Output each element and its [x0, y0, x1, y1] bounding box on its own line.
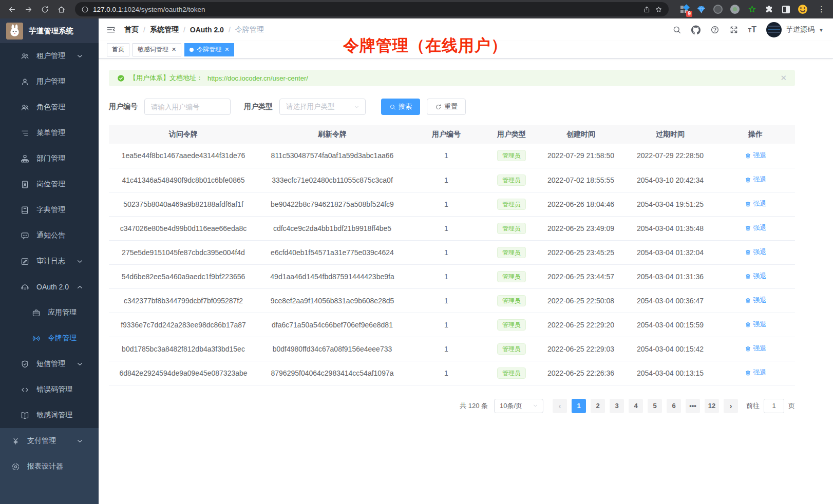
force-logout-button[interactable]: 强退 — [745, 296, 767, 305]
breadcrumb-item[interactable]: OAuth 2.0 — [190, 26, 224, 34]
search-icon[interactable] — [672, 25, 681, 34]
user-type-select[interactable]: 请选择用户类型 — [279, 99, 366, 115]
page-button-3[interactable]: 3 — [610, 399, 624, 413]
github-icon[interactable] — [691, 25, 701, 34]
trash-icon — [745, 249, 751, 256]
sidebar-item-oauth-app[interactable]: 应用管理 — [0, 300, 99, 325]
extension-dark-circle-icon[interactable] — [713, 4, 723, 14]
page-button-6[interactable]: 6 — [667, 399, 681, 413]
force-logout-button[interactable]: 强退 — [745, 223, 767, 232]
more-pages-button[interactable]: ••• — [686, 399, 700, 413]
trash-icon — [745, 370, 751, 376]
sidebar-item-dict[interactable]: 字典管理 — [0, 197, 99, 223]
sidebar-collapse-icon[interactable] — [106, 25, 116, 35]
fullscreen-icon[interactable] — [729, 25, 739, 34]
force-logout-label: 强退 — [753, 151, 767, 160]
browser-reload-button[interactable] — [38, 3, 51, 16]
cell-user-type: 管理员 — [486, 144, 537, 168]
page-button-4[interactable]: 4 — [629, 399, 643, 413]
reset-button[interactable]: 重置 — [427, 99, 466, 115]
search-button[interactable]: 搜索 — [381, 99, 420, 115]
pager-buttons: ‹123456•••12› — [553, 399, 738, 413]
address-bar[interactable]: 127.0.0.1:1024/system/oauth2/token — [75, 2, 669, 16]
cell-created-at: 2022-06-25 23:45:25 — [537, 240, 624, 264]
next-page-button[interactable]: › — [724, 399, 738, 413]
extension-gem-icon[interactable] — [696, 4, 706, 14]
trash-icon — [745, 273, 751, 280]
force-logout-button[interactable]: 强退 — [745, 247, 767, 257]
app-logo[interactable]: 芋道管理系统 — [0, 18, 99, 43]
sidebar-item-label: 短信管理 — [36, 359, 65, 369]
doc-link[interactable]: https://doc.iocoder.cn/user-center/ — [207, 74, 308, 82]
emoji-extension-icon[interactable] — [798, 4, 808, 14]
split-window-icon[interactable] — [781, 4, 791, 14]
cell-created-at: 2022-06-25 22:29:03 — [537, 337, 624, 361]
extension-grid-icon[interactable]: 9 — [679, 4, 689, 14]
browser-menu-icon[interactable]: ⋮ — [815, 4, 825, 14]
sidebar-item-menu[interactable]: 菜单管理 — [0, 120, 99, 146]
font-size-icon[interactable]: TT — [748, 25, 757, 34]
help-icon[interactable] — [710, 25, 720, 34]
site-info-icon[interactable] — [81, 6, 89, 13]
page-button-2[interactable]: 2 — [591, 399, 605, 413]
sidebar-item-sms[interactable]: 短信管理 — [0, 351, 99, 377]
alert-text: 【用户体系】文档地址： — [129, 73, 203, 83]
user-type-badge: 管理员 — [497, 223, 526, 234]
force-logout-button[interactable]: 强退 — [745, 368, 767, 377]
prev-page-button[interactable]: ‹ — [553, 399, 567, 413]
extensions-puzzle-icon[interactable] — [764, 4, 774, 14]
extension-green-star-icon[interactable] — [747, 4, 757, 14]
page-unit-label: 页 — [788, 401, 795, 411]
sidebar-item-dept[interactable]: 部门管理 — [0, 146, 99, 171]
cell-user-id: 1 — [407, 240, 486, 264]
browser-home-button[interactable] — [54, 3, 68, 16]
tab-敏感词管理[interactable]: 敏感词管理✕ — [132, 43, 181, 56]
force-logout-button[interactable]: 强退 — [745, 151, 767, 160]
table-row: c347026e805e4d99b0d116eae66eda8ccdfc4ce9… — [109, 216, 795, 240]
sidebar-item-notice[interactable]: 通知公告 — [0, 223, 99, 248]
force-logout-label: 强退 — [753, 199, 767, 208]
tab-首页[interactable]: 首页 — [107, 43, 129, 56]
sidebar-item-role[interactable]: 角色管理 — [0, 94, 99, 120]
breadcrumb-item[interactable]: 系统管理 — [150, 25, 179, 34]
user-id-input[interactable] — [144, 99, 231, 115]
tab-close-icon[interactable]: ✕ — [172, 47, 176, 52]
goto-page-input[interactable] — [764, 399, 784, 413]
sidebar-item-tenant[interactable]: 租户管理 — [0, 43, 99, 69]
tab-close-icon[interactable]: ✕ — [224, 47, 229, 52]
bookmark-star-icon[interactable] — [655, 6, 662, 13]
share-icon[interactable] — [643, 6, 651, 13]
force-logout-button[interactable]: 强退 — [745, 199, 767, 208]
tab-令牌管理[interactable]: 令牌管理✕ — [184, 43, 234, 56]
page-button-12[interactable]: 12 — [705, 399, 719, 413]
extension-gray-circle-icon[interactable] — [730, 4, 740, 14]
sidebar-item-sensitive[interactable]: 敏感词管理 — [0, 402, 99, 428]
page-button-1[interactable]: 1 — [572, 399, 586, 413]
force-logout-button[interactable]: 强退 — [745, 320, 767, 329]
sidebar-item-user[interactable]: 用户管理 — [0, 69, 99, 94]
user-menu[interactable]: 芋道源码 ▼ — [766, 22, 824, 37]
chevron-up-icon — [75, 283, 84, 292]
cell-user-type: 管理员 — [486, 264, 537, 288]
alert-close-icon[interactable]: ✕ — [780, 73, 787, 83]
cell-expires-at: 2054-03-04 01:32:04 — [624, 240, 716, 264]
cell-refresh-token: dfa6c71a50a54c66bef706ef9e6e8d81 — [258, 313, 407, 337]
sidebar-item-token[interactable]: 令牌管理 — [0, 325, 99, 351]
browser-forward-button[interactable] — [22, 3, 35, 16]
sidebar-item-errcode[interactable]: 错误码管理 — [0, 377, 99, 402]
page-button-5[interactable]: 5 — [648, 399, 662, 413]
cell-actions: 强退 — [716, 192, 795, 216]
sidebar-item-oauth2[interactable]: OAuth 2.0 — [0, 274, 99, 300]
cell-user-type: 管理员 — [486, 240, 537, 264]
force-logout-button[interactable]: 强退 — [745, 344, 767, 353]
cell-expires-at: 2054-03-04 00:15:42 — [624, 337, 716, 361]
force-logout-button[interactable]: 强退 — [745, 175, 767, 184]
sidebar-item-audit[interactable]: 审计日志 — [0, 248, 99, 274]
page-size-select[interactable]: 10条/页 — [494, 399, 543, 413]
sidebar-item-pay[interactable]: 支付管理 — [0, 428, 99, 454]
breadcrumb-item[interactable]: 首页 — [124, 25, 139, 34]
sidebar-item-post[interactable]: 岗位管理 — [0, 171, 99, 197]
browser-back-button[interactable] — [5, 3, 18, 16]
sidebar-item-report[interactable]: 报表设计器 — [0, 454, 99, 479]
force-logout-button[interactable]: 强退 — [745, 272, 767, 281]
